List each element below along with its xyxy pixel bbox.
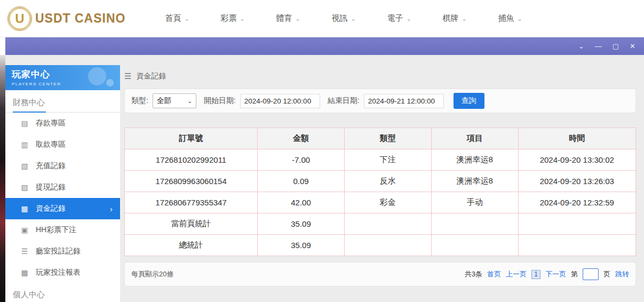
sidebar-item-label: 廳室投註記錄 [36,247,81,256]
nav-item-board-games[interactable]: 棋牌 ⌄ [427,0,482,37]
sidebar-header: 玩家中心 PLAYERS CENTER [5,65,120,90]
start-date-label: 開始日期: [204,96,236,106]
cell-amount: 0.09 [258,171,345,192]
column-header-item: 項目 [431,128,518,149]
jump-prefix-label: 第 [571,269,578,279]
nav-item-label: 體育 [276,13,292,23]
withdrawal-record-icon: ▨ [20,183,29,192]
fund-record-icon: ▦ [20,204,29,213]
cell-order: 總統計 [125,235,258,256]
main-content: ☰ 資金記錄 類型: 全部 ⌄ 開始日期: 結束日期: 查詢 訂單號 金額 類型… [124,55,636,302]
breadcrumb: ☰ 資金記錄 [124,55,636,81]
chevron-down-icon: ⌄ [406,15,411,22]
cell-item: 手动 [431,192,518,213]
window-titlebar: ⌄ — ▢ ✕ [5,37,644,55]
start-date-input[interactable] [240,94,320,108]
sidebar-item-withdraw[interactable]: ▥ 取款專區 [5,134,120,155]
room-bet-icon: ☰ [20,247,29,256]
nav-item-fishing[interactable]: 捕魚 ⌄ [482,0,538,37]
first-page-link[interactable]: 首页 [487,269,501,279]
sidebar-item-hh-lottery-bets[interactable]: ▣ HH彩票下注 [5,219,120,241]
deposit-icon: ▤ [20,119,29,128]
chevron-down-icon: ⌄ [517,15,522,22]
close-icon[interactable]: ✕ [630,43,635,50]
sidebar-item-label: 取款專區 [36,140,66,149]
current-page-indicator[interactable]: 1 [531,270,540,279]
jump-button[interactable]: 跳转 [615,269,629,279]
table-footer: 每頁顯示20條 共3条 首页 上一页 1 下一页 第 页 跳转 [124,262,636,287]
table-header-row: 訂單號 金額 類型 項目 時間 [125,128,636,149]
sidebar-subtitle: PLAYERS CENTER [12,82,114,86]
type-label: 類型: [131,96,148,106]
sidebar-item-label: 存款專區 [36,118,66,128]
prev-page-link[interactable]: 上一页 [506,269,527,279]
workspace: 玩家中心 PLAYERS CENTER 財務中心 ▤ 存款專區 ▥ 取款專區 ▧… [5,55,644,302]
sidebar-item-label: HH彩票下注 [36,225,76,235]
sidebar-item-deposit[interactable]: ▤ 存款專區 [5,113,120,134]
nav-item-live-video[interactable]: 視訊 ⌄ [316,0,371,37]
table-row: 1726809963060154 0.09 反水 澳洲幸运8 2024-09-2… [125,171,636,192]
jump-suffix-label: 页 [603,269,610,279]
cell-type: 彩金 [344,192,431,213]
sidebar-item-withdrawal-records[interactable]: ▨ 提現記錄 [5,177,120,198]
nav-item-label: 棋牌 [442,13,458,23]
menu-toggle-icon[interactable]: ☰ [124,71,131,81]
sidebar-item-recharge-records[interactable]: ▧ 充值記錄 [5,155,120,177]
end-date-label: 結束日期: [328,96,360,106]
chevron-down-icon: ⌄ [295,15,300,22]
cell-item [431,235,518,256]
cell-item: 澳洲幸运8 [431,171,518,192]
type-select[interactable]: 全部 ⌄ [153,93,196,108]
query-button[interactable]: 查詢 [454,93,484,109]
fund-records-table: 訂單號 金額 類型 項目 時間 1726810202992011 -7.00 下… [124,128,636,256]
nav-item-label: 電子 [387,13,403,23]
cell-order: 1726809963060154 [125,171,258,192]
cell-amount: 35.09 [258,213,345,235]
cell-amount: 35.09 [258,235,345,256]
cell-amount: -7.00 [258,149,345,171]
column-header-time: 時間 [518,128,635,149]
column-header-order: 訂單號 [125,128,258,149]
column-header-amount: 金額 [258,128,345,149]
cell-time: 2024-09-20 13:26:03 [518,171,635,192]
sidebar-item-room-bet-records[interactable]: ☰ 廳室投註記錄 [5,241,120,262]
chevron-right-icon: › [110,204,113,213]
sidebar-item-fund-records[interactable]: ▦ 資金記錄 › [5,198,120,219]
type-select-value: 全部 [157,96,171,106]
section-title-finance: 財務中心 [5,90,120,113]
nav-item-lottery[interactable]: 彩票 ⌄ [205,0,260,37]
withdraw-icon: ▥ [20,140,29,149]
cell-time [518,235,635,256]
minimize-icon[interactable]: — [595,43,602,50]
cell-order: 1726806779355347 [125,192,258,213]
section-title-personal: 個人中心 [5,283,120,300]
cell-type: 反水 [344,171,431,192]
nav-item-electronic[interactable]: 電子 ⌄ [371,0,427,37]
chevron-down-icon: ⌄ [184,15,189,22]
topbar: U USDT CASINO 首頁 ⌄ 彩票 ⌄ 體育 ⌄ 視訊 ⌄ 電子 ⌄ 棋… [0,0,644,37]
cell-type [344,213,431,235]
sidebar-item-label: 提現記錄 [36,182,66,192]
sidebar-item-label: 玩家投注報表 [36,268,81,277]
chevron-down-icon: ⌄ [462,15,466,22]
nav-item-sports[interactable]: 體育 ⌄ [260,0,316,37]
sidebar: 玩家中心 PLAYERS CENTER 財務中心 ▤ 存款專區 ▥ 取款專區 ▧… [5,65,120,302]
page-jump-input[interactable] [583,268,599,280]
main-nav: 首頁 ⌄ 彩票 ⌄ 體育 ⌄ 視訊 ⌄ 電子 ⌄ 棋牌 ⌄ 捕魚 ⌄ [149,0,538,37]
nav-item-label: 首頁 [165,13,181,23]
maximize-icon[interactable]: ▢ [613,43,619,50]
end-date-input[interactable] [364,94,444,108]
recharge-icon: ▧ [20,162,29,170]
nav-item-home[interactable]: 首頁 ⌄ [149,0,205,37]
cell-order: 1726810202992011 [125,149,258,171]
table-row-page-summary: 當前頁統計 35.09 [125,213,636,235]
logo[interactable]: U USDT CASINO [7,6,134,31]
collapse-icon[interactable]: ⌄ [578,43,584,50]
sidebar-item-player-bet-report[interactable]: ▩ 玩家投注報表 [5,262,120,283]
logo-icon: U [7,6,32,31]
chevron-down-icon: ⌄ [240,15,244,22]
sidebar-item-label: 充值記錄 [36,161,66,171]
cell-time [518,213,635,235]
next-page-link[interactable]: 下一页 [545,269,566,279]
page-title: 資金記錄 [136,71,166,81]
